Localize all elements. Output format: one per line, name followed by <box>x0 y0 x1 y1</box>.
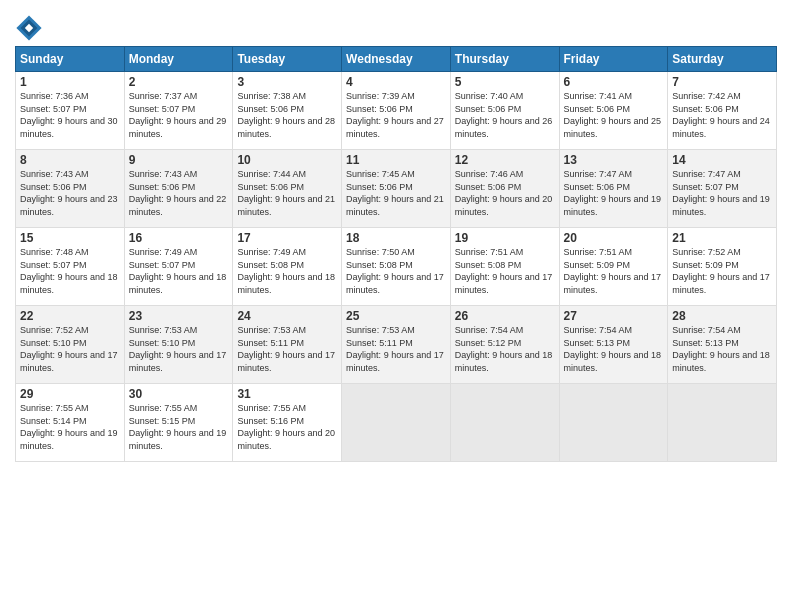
day-number: 24 <box>237 309 337 323</box>
day-number: 16 <box>129 231 229 245</box>
calendar-day-cell: 25 Sunrise: 7:53 AMSunset: 5:11 PMDaylig… <box>342 306 451 384</box>
calendar-day-cell: 5 Sunrise: 7:40 AMSunset: 5:06 PMDayligh… <box>450 72 559 150</box>
calendar-week-row: 22 Sunrise: 7:52 AMSunset: 5:10 PMDaylig… <box>16 306 777 384</box>
day-number: 4 <box>346 75 446 89</box>
calendar-day-cell <box>342 384 451 462</box>
day-number: 15 <box>20 231 120 245</box>
calendar-day-cell <box>559 384 668 462</box>
calendar-day-cell: 28 Sunrise: 7:54 AMSunset: 5:13 PMDaylig… <box>668 306 777 384</box>
day-info: Sunrise: 7:51 AMSunset: 5:08 PMDaylight:… <box>455 247 553 295</box>
day-number: 22 <box>20 309 120 323</box>
calendar-day-cell: 14 Sunrise: 7:47 AMSunset: 5:07 PMDaylig… <box>668 150 777 228</box>
calendar-day-cell: 30 Sunrise: 7:55 AMSunset: 5:15 PMDaylig… <box>124 384 233 462</box>
day-number: 3 <box>237 75 337 89</box>
day-number: 2 <box>129 75 229 89</box>
day-info: Sunrise: 7:42 AMSunset: 5:06 PMDaylight:… <box>672 91 770 139</box>
calendar-day-cell: 18 Sunrise: 7:50 AMSunset: 5:08 PMDaylig… <box>342 228 451 306</box>
calendar-day-cell: 31 Sunrise: 7:55 AMSunset: 5:16 PMDaylig… <box>233 384 342 462</box>
header-day-monday: Monday <box>124 47 233 72</box>
day-info: Sunrise: 7:44 AMSunset: 5:06 PMDaylight:… <box>237 169 335 217</box>
day-number: 1 <box>20 75 120 89</box>
header-day-tuesday: Tuesday <box>233 47 342 72</box>
day-info: Sunrise: 7:36 AMSunset: 5:07 PMDaylight:… <box>20 91 118 139</box>
calendar-day-cell: 20 Sunrise: 7:51 AMSunset: 5:09 PMDaylig… <box>559 228 668 306</box>
page-container: SundayMondayTuesdayWednesdayThursdayFrid… <box>0 0 792 467</box>
logo-icon <box>15 14 43 42</box>
day-number: 13 <box>564 153 664 167</box>
calendar-day-cell: 3 Sunrise: 7:38 AMSunset: 5:06 PMDayligh… <box>233 72 342 150</box>
day-info: Sunrise: 7:54 AMSunset: 5:12 PMDaylight:… <box>455 325 553 373</box>
day-info: Sunrise: 7:37 AMSunset: 5:07 PMDaylight:… <box>129 91 227 139</box>
day-number: 8 <box>20 153 120 167</box>
day-number: 23 <box>129 309 229 323</box>
day-info: Sunrise: 7:49 AMSunset: 5:07 PMDaylight:… <box>129 247 227 295</box>
header-day-friday: Friday <box>559 47 668 72</box>
calendar-day-cell: 22 Sunrise: 7:52 AMSunset: 5:10 PMDaylig… <box>16 306 125 384</box>
calendar-day-cell: 27 Sunrise: 7:54 AMSunset: 5:13 PMDaylig… <box>559 306 668 384</box>
day-number: 14 <box>672 153 772 167</box>
calendar-day-cell: 2 Sunrise: 7:37 AMSunset: 5:07 PMDayligh… <box>124 72 233 150</box>
day-info: Sunrise: 7:55 AMSunset: 5:15 PMDaylight:… <box>129 403 227 451</box>
day-info: Sunrise: 7:53 AMSunset: 5:11 PMDaylight:… <box>237 325 335 373</box>
day-number: 19 <box>455 231 555 245</box>
day-number: 10 <box>237 153 337 167</box>
calendar-day-cell: 17 Sunrise: 7:49 AMSunset: 5:08 PMDaylig… <box>233 228 342 306</box>
day-info: Sunrise: 7:55 AMSunset: 5:14 PMDaylight:… <box>20 403 118 451</box>
calendar-day-cell: 13 Sunrise: 7:47 AMSunset: 5:06 PMDaylig… <box>559 150 668 228</box>
header <box>15 10 777 42</box>
day-info: Sunrise: 7:54 AMSunset: 5:13 PMDaylight:… <box>564 325 662 373</box>
day-info: Sunrise: 7:53 AMSunset: 5:11 PMDaylight:… <box>346 325 444 373</box>
calendar-day-cell: 6 Sunrise: 7:41 AMSunset: 5:06 PMDayligh… <box>559 72 668 150</box>
calendar-day-cell: 19 Sunrise: 7:51 AMSunset: 5:08 PMDaylig… <box>450 228 559 306</box>
calendar-day-cell: 9 Sunrise: 7:43 AMSunset: 5:06 PMDayligh… <box>124 150 233 228</box>
day-info: Sunrise: 7:38 AMSunset: 5:06 PMDaylight:… <box>237 91 335 139</box>
day-number: 5 <box>455 75 555 89</box>
day-info: Sunrise: 7:51 AMSunset: 5:09 PMDaylight:… <box>564 247 662 295</box>
day-info: Sunrise: 7:48 AMSunset: 5:07 PMDaylight:… <box>20 247 118 295</box>
calendar-day-cell: 24 Sunrise: 7:53 AMSunset: 5:11 PMDaylig… <box>233 306 342 384</box>
calendar-day-cell <box>668 384 777 462</box>
calendar-week-row: 8 Sunrise: 7:43 AMSunset: 5:06 PMDayligh… <box>16 150 777 228</box>
day-info: Sunrise: 7:40 AMSunset: 5:06 PMDaylight:… <box>455 91 553 139</box>
day-number: 12 <box>455 153 555 167</box>
day-number: 27 <box>564 309 664 323</box>
calendar-day-cell: 1 Sunrise: 7:36 AMSunset: 5:07 PMDayligh… <box>16 72 125 150</box>
calendar-day-cell: 23 Sunrise: 7:53 AMSunset: 5:10 PMDaylig… <box>124 306 233 384</box>
day-number: 11 <box>346 153 446 167</box>
day-info: Sunrise: 7:49 AMSunset: 5:08 PMDaylight:… <box>237 247 335 295</box>
header-day-sunday: Sunday <box>16 47 125 72</box>
header-day-wednesday: Wednesday <box>342 47 451 72</box>
day-info: Sunrise: 7:55 AMSunset: 5:16 PMDaylight:… <box>237 403 335 451</box>
day-info: Sunrise: 7:47 AMSunset: 5:07 PMDaylight:… <box>672 169 770 217</box>
calendar-day-cell <box>450 384 559 462</box>
calendar-day-cell: 12 Sunrise: 7:46 AMSunset: 5:06 PMDaylig… <box>450 150 559 228</box>
day-info: Sunrise: 7:47 AMSunset: 5:06 PMDaylight:… <box>564 169 662 217</box>
day-info: Sunrise: 7:39 AMSunset: 5:06 PMDaylight:… <box>346 91 444 139</box>
day-number: 30 <box>129 387 229 401</box>
calendar-day-cell: 7 Sunrise: 7:42 AMSunset: 5:06 PMDayligh… <box>668 72 777 150</box>
header-day-saturday: Saturday <box>668 47 777 72</box>
day-number: 28 <box>672 309 772 323</box>
day-info: Sunrise: 7:41 AMSunset: 5:06 PMDaylight:… <box>564 91 662 139</box>
day-number: 29 <box>20 387 120 401</box>
calendar-day-cell: 4 Sunrise: 7:39 AMSunset: 5:06 PMDayligh… <box>342 72 451 150</box>
day-info: Sunrise: 7:43 AMSunset: 5:06 PMDaylight:… <box>129 169 227 217</box>
day-number: 18 <box>346 231 446 245</box>
day-info: Sunrise: 7:45 AMSunset: 5:06 PMDaylight:… <box>346 169 444 217</box>
day-number: 9 <box>129 153 229 167</box>
calendar-day-cell: 26 Sunrise: 7:54 AMSunset: 5:12 PMDaylig… <box>450 306 559 384</box>
day-info: Sunrise: 7:52 AMSunset: 5:10 PMDaylight:… <box>20 325 118 373</box>
day-number: 26 <box>455 309 555 323</box>
day-info: Sunrise: 7:54 AMSunset: 5:13 PMDaylight:… <box>672 325 770 373</box>
logo <box>15 14 45 42</box>
day-number: 17 <box>237 231 337 245</box>
day-info: Sunrise: 7:50 AMSunset: 5:08 PMDaylight:… <box>346 247 444 295</box>
day-info: Sunrise: 7:53 AMSunset: 5:10 PMDaylight:… <box>129 325 227 373</box>
header-day-thursday: Thursday <box>450 47 559 72</box>
calendar-day-cell: 16 Sunrise: 7:49 AMSunset: 5:07 PMDaylig… <box>124 228 233 306</box>
day-number: 20 <box>564 231 664 245</box>
day-info: Sunrise: 7:43 AMSunset: 5:06 PMDaylight:… <box>20 169 118 217</box>
calendar-week-row: 1 Sunrise: 7:36 AMSunset: 5:07 PMDayligh… <box>16 72 777 150</box>
day-number: 31 <box>237 387 337 401</box>
day-number: 25 <box>346 309 446 323</box>
